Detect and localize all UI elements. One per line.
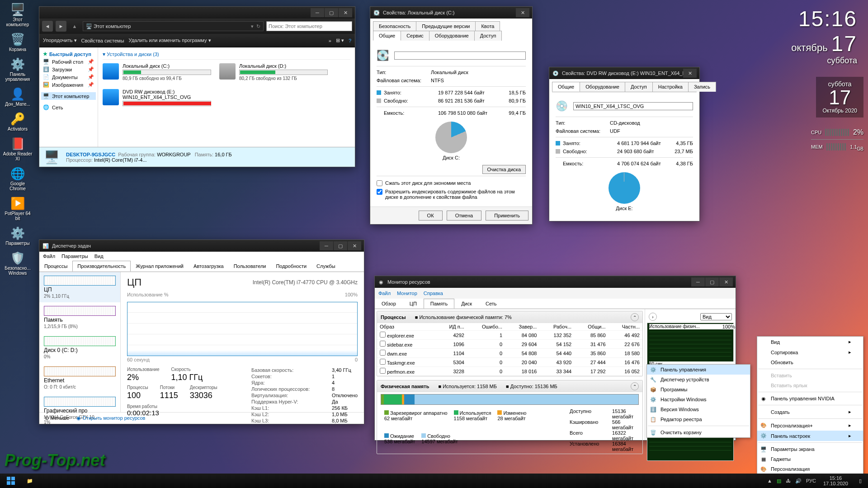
menu-Вид[interactable]: Вид	[94, 253, 104, 259]
table-row[interactable]: explorer.exe4292184 080132 35285 86046 4…	[377, 331, 642, 340]
menu-item[interactable]: 📋Редактор реестра	[647, 414, 750, 424]
organize-menu[interactable]: Упорядочить ▾	[43, 38, 77, 43]
menu-Параметры[interactable]: Параметры	[61, 253, 88, 259]
menu-item[interactable]: ◉Панель управления NVIDIA	[757, 394, 863, 404]
close-button[interactable]: ✕	[339, 8, 352, 17]
menu-Монитор[interactable]: Монитор	[397, 291, 417, 296]
tab-Безопасность[interactable]: Безопасность	[373, 21, 416, 31]
desktop-icon-potplayer[interactable]: ▶️PotPlayer 64 bit	[2, 196, 33, 221]
titlebar[interactable]: ◉ Монитор ресурсов ─ ▢ ✕	[375, 276, 736, 288]
minimize-button[interactable]: ─	[320, 241, 333, 250]
uninstall-button[interactable]: Удалить или изменить программу ▾	[129, 38, 211, 43]
view-icon[interactable]: ⊞ ▾	[336, 38, 344, 43]
desktop-icon-adobe-reader[interactable]: 📕Adobe Reader XI	[2, 136, 33, 161]
fewer-details-button[interactable]: ⊙ Меньше	[45, 415, 69, 421]
up-button[interactable]: ▲	[69, 21, 80, 32]
tab-Подробности[interactable]: Подробности	[271, 261, 311, 272]
sidebar-item[interactable]: 🖼️Изображения📌	[41, 81, 96, 89]
perf-tile-Диск 0 (C: D:)[interactable]: Диск 0 (C: D:)0%	[39, 333, 120, 363]
minimize-button[interactable]: ─	[691, 277, 705, 286]
volume-name-input[interactable]	[573, 102, 693, 110]
action-center-button[interactable]: ▯	[855, 478, 865, 484]
compress-checkbox[interactable]: Сжать этот диск для экономии места	[377, 179, 526, 188]
col-header[interactable]: Общи...	[574, 323, 608, 331]
sidebar-this-pc[interactable]: 🖥️Этот компьютер	[41, 92, 96, 100]
titlebar[interactable]: 📊 Диспетчер задач ─ ▢ ✕	[39, 240, 364, 252]
maximize-button[interactable]: ▢	[325, 8, 338, 17]
tray-network-icon[interactable]: 🖧	[786, 478, 791, 483]
col-header[interactable]: ИД п...	[437, 323, 467, 331]
maximize-button[interactable]: ▢	[334, 241, 347, 250]
search-input[interactable]	[266, 21, 352, 31]
collapse-button[interactable]: ⌃	[631, 313, 639, 321]
table-row[interactable]: Taskmgr.exe5304020 04043 92027 44416 476	[377, 358, 642, 367]
sidebar-network[interactable]: 🌐Сеть	[41, 103, 96, 111]
close-button[interactable]: ✕	[348, 241, 361, 250]
sidebar-item[interactable]: 🖥️Рабочий стол📌	[41, 58, 96, 66]
tray-lang[interactable]: РУС	[806, 478, 816, 483]
tab-Сервис[interactable]: Сервис	[401, 31, 429, 41]
tab-Оборудование[interactable]: Оборудование	[580, 82, 625, 92]
quick-access-header[interactable]: ★Быстрый доступ	[41, 50, 96, 58]
titlebar[interactable]: ─ ▢ ✕	[39, 7, 355, 19]
desktop-icon-recycle-bin[interactable]: 🗑️Корзина	[2, 32, 33, 52]
tab-Обзор[interactable]: Обзор	[375, 299, 403, 309]
tab-Автозагрузка[interactable]: Автозагрузка	[189, 261, 229, 272]
close-button[interactable]: ✕	[719, 277, 733, 286]
menu-Справка[interactable]: Справка	[424, 291, 443, 296]
table-row[interactable]: sidebar.exe1096029 60454 15231 47622 676	[377, 340, 642, 349]
tray-clock[interactable]: 15:1617.10.2020	[821, 475, 851, 486]
back-button[interactable]: ◄	[42, 21, 53, 32]
tab-Процессы[interactable]: Процессы	[39, 261, 72, 272]
menu-item[interactable]: 🗑️Очистить корзину	[647, 427, 750, 437]
titlebar[interactable]: 💽 Свойства: Локальный диск (C:) ✕	[370, 7, 532, 19]
desktop-icon-control-panel[interactable]: ⚙️Панель управления	[2, 56, 33, 82]
menu-item[interactable]: 🔧Диспетчер устройств	[647, 375, 750, 385]
expand-graphs-button[interactable]: ›	[649, 313, 657, 321]
drive-item[interactable]: DVD RW дисковод (E:)WIN10_ENT_X64_LTSC_O…	[103, 89, 211, 107]
menu-item[interactable]: Обновить	[757, 357, 863, 367]
tab-Диск[interactable]: Диск	[454, 299, 479, 309]
menu-item[interactable]: ℹ️Версия Windows	[647, 404, 750, 414]
col-header[interactable]: Завер...	[505, 323, 539, 331]
tab-Журнал приложений[interactable]: Журнал приложений	[131, 261, 189, 272]
minimize-button[interactable]: ─	[311, 8, 324, 17]
tab-ЦП[interactable]: ЦП	[403, 299, 424, 309]
system-props-button[interactable]: Свойства системы	[81, 38, 124, 43]
help-icon[interactable]: ?	[349, 38, 351, 43]
menu-item[interactable]: 🎨Персонализация	[757, 464, 863, 474]
sidebar-item[interactable]: ⬇️Загрузки📌	[41, 66, 96, 73]
titlebar[interactable]: 💿 Свойства: DVD RW дисковод (E:) WIN10_E…	[549, 67, 699, 79]
tab-Доступ[interactable]: Доступ	[474, 31, 502, 41]
cancel-button[interactable]: Отмена	[447, 211, 481, 221]
start-button[interactable]	[3, 474, 19, 487]
tab-Настройка[interactable]: Настройка	[652, 82, 689, 92]
desktop-icon-this-pc[interactable]: 🖥️Этот компьютер	[2, 2, 33, 27]
ok-button[interactable]: ОК	[419, 211, 443, 221]
tray-volume-icon[interactable]: 🔊	[795, 478, 802, 484]
desktop-icon-don-mate[interactable]: 👤Дон_Мате...	[2, 86, 33, 107]
physmem-section-header[interactable]: Физическая память ■ Используется: 1158 М…	[377, 380, 642, 392]
menu-Файл[interactable]: Файл	[378, 291, 391, 296]
menu-item[interactable]: ⚙️Панель управления	[647, 365, 750, 375]
menu-item[interactable]: ▦Гаджеты	[757, 454, 863, 464]
perf-tile-Графический про[interactable]: Графический проNVIDIA GeForce GTX 10...1…	[39, 393, 120, 428]
drives-section-header[interactable]: ▾ Устройства и диски (3)	[103, 49, 350, 60]
forward-button[interactable]: ►	[56, 21, 66, 32]
close-button[interactable]: ✕	[683, 69, 697, 78]
tab-Службы[interactable]: Службы	[311, 261, 340, 272]
table-row[interactable]: perfmon.exe3228018 01633 34417 29216 052	[377, 367, 642, 376]
tab-Оборудование[interactable]: Оборудование	[429, 31, 475, 41]
desktop-icon-activators[interactable]: 🔑Activators	[2, 111, 33, 131]
col-header[interactable]: Частн...	[609, 323, 642, 331]
menu-item[interactable]: ⚙️Панель настроек▸	[757, 431, 863, 441]
maximize-button[interactable]: ▢	[705, 277, 719, 286]
table-row[interactable]: dwm.exe1104054 80854 44035 86018 580	[377, 349, 642, 358]
processes-section-header[interactable]: Процессы ■ Использование физической памя…	[377, 311, 642, 323]
menu-item[interactable]: 🎨Персонализация+▸	[757, 420, 863, 431]
perf-tile-Ethernet[interactable]: EthernetО: 0 П: 0 кбит/с	[39, 363, 120, 393]
tab-Запись[interactable]: Запись	[688, 82, 716, 92]
tab-Память[interactable]: Память	[424, 299, 454, 309]
menu-item[interactable]: ⚙️Настройки Windows	[647, 394, 750, 404]
tab-Пользователи[interactable]: Пользователи	[229, 261, 271, 272]
